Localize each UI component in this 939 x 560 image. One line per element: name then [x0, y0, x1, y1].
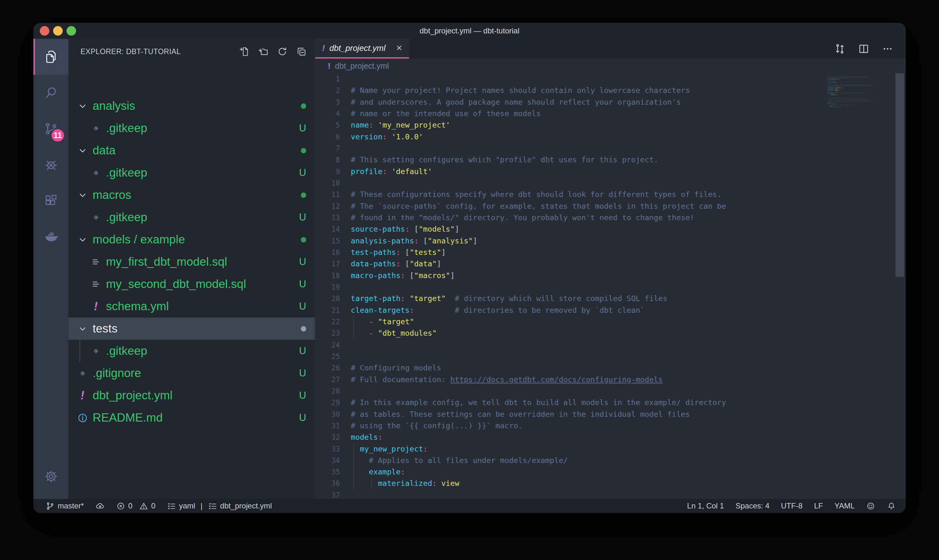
line-number: 1 [315, 73, 340, 85]
code-line-26: 26# Configuring models [315, 362, 905, 374]
git-file-icon [91, 124, 101, 133]
tree-item-data[interactable]: data [68, 139, 315, 162]
new-file-icon[interactable] [239, 46, 249, 57]
cursor-position-status[interactable]: Ln 1, Col 1 [687, 502, 724, 510]
tree-item-gitignore[interactable]: .gitignoreU [68, 362, 315, 385]
more-actions-icon[interactable] [882, 43, 893, 55]
tree-item-gitkeep[interactable]: .gitkeepU [68, 162, 315, 184]
feedback-button[interactable] [866, 502, 875, 511]
minimize-window-button[interactable] [53, 26, 63, 35]
open-changes-icon[interactable] [834, 43, 846, 55]
git-status-badge: U [299, 167, 306, 178]
tree-item-label: dbt_project.yml [92, 389, 172, 402]
tree-item-tests[interactable]: tests [68, 317, 315, 340]
line-number: 28 [315, 385, 340, 397]
line-number: 18 [315, 270, 340, 281]
warnings-icon [139, 502, 148, 511]
code-line-4: 4# name or the intended use of these mod… [315, 108, 905, 119]
breadcrumb-file[interactable]: dbt_project.yml [335, 62, 389, 71]
close-window-button[interactable] [40, 26, 49, 35]
git-status-badge: U [299, 123, 306, 134]
git-status-badge: U [299, 390, 306, 401]
sync-changes-button[interactable] [95, 502, 105, 511]
code-line-3: 3# and underscores. A good package name … [315, 96, 905, 108]
problems-status[interactable]: 0 0 [116, 502, 155, 511]
code-line-25: 25 [315, 351, 905, 362]
line-number: 2 [315, 85, 340, 96]
code-line-35: 35 example: [315, 466, 905, 478]
tree-item-label: my_second_dbt_model.sql [106, 277, 246, 291]
collapse-folders-icon[interactable] [296, 46, 307, 57]
yaml-warning-icon: ! [94, 300, 98, 313]
tree-item-my-first-dbt-model-sql[interactable]: my_first_dbt_model.sqlU [68, 251, 315, 273]
code-line-27: 27# Full documentation: https://docs.get… [315, 374, 905, 385]
breadcrumb[interactable]: ! dbt_project.yml [315, 58, 905, 73]
chevron-down-icon [78, 235, 87, 244]
tree-item-models-example[interactable]: models / example [68, 228, 315, 251]
refresh-icon[interactable] [277, 46, 288, 57]
vscode-window: dbt_project.yml — dbt-tutorial [34, 23, 905, 513]
search-icon [44, 85, 58, 100]
indentation-status[interactable]: Spaces: 4 [736, 502, 770, 510]
line-number: 6 [315, 131, 340, 143]
line-number: 9 [315, 166, 340, 177]
tree-item-my-second-dbt-model-sql[interactable]: my_second_dbt_model.sqlU [68, 273, 315, 295]
tree-item-label: analysis [92, 99, 135, 112]
split-editor-icon[interactable] [858, 43, 870, 55]
checklist-icon [208, 502, 217, 511]
branch-icon [46, 502, 55, 511]
scm-changes-badge: 11 [50, 128, 65, 143]
code-line-13: 13# found in the "models/" directory. Yo… [315, 212, 905, 223]
tree-item-schema-yml[interactable]: !schema.ymlU [68, 295, 315, 317]
tree-item-gitkeep[interactable]: .gitkeepU [68, 340, 315, 362]
tree-item-label: macros [92, 188, 131, 202]
line-number: 24 [315, 339, 340, 351]
status-bar: master* 0 0 [34, 499, 905, 513]
activity-explorer-button[interactable] [34, 39, 68, 75]
tree-item-label: my_first_dbt_model.sql [106, 255, 227, 269]
activity-extensions-button[interactable] [34, 183, 68, 218]
code-line-2: 2# Name your project! Project names shou… [315, 85, 905, 96]
code-line-8: 8# This setting configures which "profil… [315, 154, 905, 165]
minimap[interactable]: # Name your project! Project names shoul… [826, 75, 894, 151]
yaml-mode-status[interactable]: yaml | dbt_project.yml [167, 502, 272, 511]
code-line-37: 37 [315, 489, 905, 499]
eol-status[interactable]: LF [814, 502, 823, 510]
modified-indicator-icon: ! [322, 43, 325, 53]
yaml-warning-icon: ! [80, 389, 84, 402]
indent-guide [353, 316, 354, 339]
zoom-window-button[interactable] [66, 26, 76, 35]
git-status-badge: U [299, 412, 306, 423]
code-line-16: 16test-paths: ["tests"] [315, 246, 905, 258]
activity-docker-button[interactable] [34, 218, 68, 255]
editor-group: ! dbt_project.yml × [315, 39, 905, 499]
language-mode-status[interactable]: YAML [834, 502, 855, 510]
tree-item-macros[interactable]: macros [68, 184, 315, 206]
activity-search-button[interactable] [34, 75, 68, 111]
tab-dbt-project-yml[interactable]: ! dbt_project.yml × [315, 39, 409, 58]
tree-item-gitkeep[interactable]: .gitkeepU [68, 117, 315, 139]
tree-item-label: data [92, 144, 115, 157]
line-number: 7 [315, 143, 340, 154]
tree-item-dbt-project-yml[interactable]: !dbt_project.ymlU [68, 385, 315, 407]
tree-item-gitkeep[interactable]: .gitkeepU [68, 206, 315, 228]
editor-scrollbar-thumb[interactable] [895, 73, 904, 277]
activity-source-control-button[interactable]: 11 [34, 111, 68, 147]
code-line-5: 5name: 'my_new_project' [315, 119, 905, 131]
line-number: 20 [315, 293, 340, 304]
code-line-12: 12# The `source-paths` config, for examp… [315, 200, 905, 212]
close-tab-icon[interactable]: × [396, 42, 402, 54]
titlebar[interactable]: dbt_project.yml — dbt-tutorial [34, 23, 905, 39]
git-branch-status[interactable]: master* [46, 502, 84, 511]
tree-item-analysis[interactable]: analysis [68, 95, 315, 117]
notifications-button[interactable] [887, 502, 896, 511]
new-folder-icon[interactable] [258, 46, 269, 57]
activity-settings-button[interactable] [34, 458, 68, 494]
checklist-icon [167, 502, 176, 511]
activity-debug-button[interactable] [34, 147, 68, 183]
code-line-17: 17data-paths: ["data"] [315, 258, 905, 269]
encoding-status[interactable]: UTF-8 [781, 502, 802, 510]
editor-surface[interactable]: 12# Name your project! Project names sho… [315, 73, 905, 499]
line-number: 4 [315, 108, 340, 119]
tree-item-readme-md[interactable]: README.mdU [68, 407, 315, 429]
